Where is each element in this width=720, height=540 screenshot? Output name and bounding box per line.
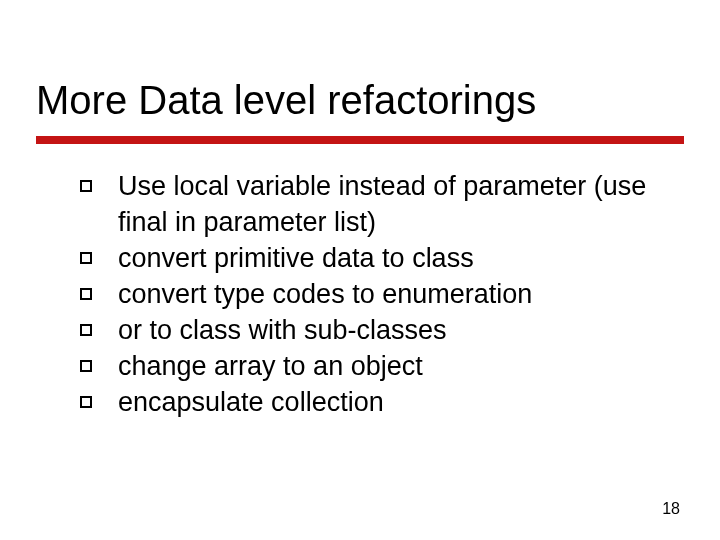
list-item: change array to an object <box>80 348 670 384</box>
square-bullet-icon <box>80 324 92 336</box>
slide-title: More Data level refactorings <box>36 78 536 123</box>
square-bullet-icon <box>80 288 92 300</box>
list-item: convert primitive data to class <box>80 240 670 276</box>
square-bullet-icon <box>80 360 92 372</box>
list-item: encapsulate collection <box>80 384 670 420</box>
square-bullet-icon <box>80 252 92 264</box>
list-item: convert type codes to enumeration <box>80 276 670 312</box>
bullet-text: Use local variable instead of parameter … <box>118 168 670 240</box>
bullet-text: or to class with sub-classes <box>118 312 447 348</box>
title-underline <box>36 136 684 144</box>
bullet-text: change array to an object <box>118 348 423 384</box>
square-bullet-icon <box>80 396 92 408</box>
slide: More Data level refactorings Use local v… <box>0 0 720 540</box>
bullet-text: convert primitive data to class <box>118 240 474 276</box>
bullet-list: Use local variable instead of parameter … <box>80 168 670 420</box>
page-number: 18 <box>662 500 680 518</box>
list-item: Use local variable instead of parameter … <box>80 168 670 240</box>
square-bullet-icon <box>80 180 92 192</box>
bullet-text: convert type codes to enumeration <box>118 276 532 312</box>
list-item: or to class with sub-classes <box>80 312 670 348</box>
bullet-text: encapsulate collection <box>118 384 384 420</box>
